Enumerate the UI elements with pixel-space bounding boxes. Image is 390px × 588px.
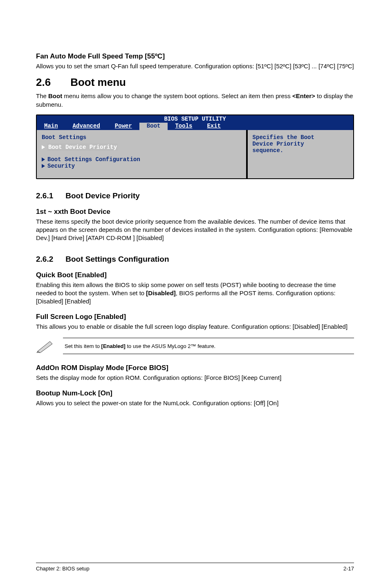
heading-fan-auto: Fan Auto Mode Full Speed Temp [55ºC] [36,52,354,61]
text: The [36,92,48,99]
bios-help-line: sequence. [253,147,348,154]
note-box: Set this item to [Enabled] to use the AS… [36,335,354,357]
para-1st-boot: These items specify the boot device prio… [36,218,354,242]
bios-item-label: Boot Settings Configuration [47,156,140,163]
bios-tab-advanced[interactable]: Advanced [65,123,108,130]
bios-left-heading: Boot Settings [42,134,241,141]
page: Fan Auto Mode Full Speed Temp [55ºC] All… [0,0,390,588]
subsection-row: 2.6.1 Boot Device Priority [36,191,354,200]
para-boot-intro: The Boot menu items allow you to change … [36,92,354,109]
heading-1st-boot: 1st ~ xxth Boot Device [36,208,354,216]
bios-tab-power[interactable]: Power [108,123,139,130]
bios-item-label: Security [47,163,75,169]
subsection-number: 2.6.2 [36,255,53,264]
bios-item-label: Boot Device Priority [47,144,118,151]
subsection-title: Boot Settings Configuration [65,255,169,264]
bold-boot: Boot [48,92,62,99]
bios-screenshot: BIOS SETUP UTILITY Main Advanced Power B… [36,114,354,179]
bold-enter: <Enter> [292,92,315,99]
bios-tab-boot[interactable]: Boot [139,123,168,130]
bold-enabled: [Enabled] [101,343,126,349]
text: to use the ASUS MyLogo 2™ feature. [126,343,215,349]
section-title: Boot menu [70,76,126,89]
para-fan-auto: Allows you to set the smart Q-Fan full s… [36,62,354,70]
page-footer: Chapter 2: BIOS setup 2-17 [36,563,354,572]
triangle-right-icon [42,157,45,162]
text: Set this item to [65,343,101,349]
section-row: 2.6 Boot menu [36,76,354,89]
triangle-right-icon [42,145,45,149]
para-addon-rom: Sets the display mode for option ROM. Co… [36,374,354,382]
heading-addon-rom: AddOn ROM Display Mode [Force BIOS] [36,364,354,372]
bios-body: Boot Settings Boot Device Priority Boot … [37,130,353,178]
pencil-icon [36,339,54,353]
heading-full-screen-logo: Full Screen Logo [Enabled] [36,313,354,321]
para-quick-boot: Enabling this item allows the BIOS to sk… [36,281,354,306]
heading-quick-boot: Quick Boot [Enabled] [36,271,354,279]
bios-item-boot-settings-config[interactable]: Boot Settings Configuration [42,156,241,163]
footer-right: 2-17 [343,566,354,572]
bios-sub-group: Boot Settings Configuration Security [42,156,241,169]
bios-item-boot-device-priority[interactable]: Boot Device Priority [42,144,241,150]
subsection-title: Boot Device Priority [65,191,140,200]
bios-item-security[interactable]: Security [42,163,241,169]
para-full-screen-logo: This allows you to enable or disable the… [36,323,354,331]
bios-help-line: Device Priority [253,141,348,147]
bios-help-line: Specifies the Boot [253,134,348,141]
text: menu items allow you to change the syste… [62,92,292,99]
heading-bootup-numlock: Bootup Num-Lock [On] [36,389,354,397]
footer-left: Chapter 2: BIOS setup [36,566,90,572]
para-bootup-numlock: Allows you to select the power-on state … [36,399,354,407]
section-number: 2.6 [36,76,51,89]
bios-tab-tools[interactable]: Tools [168,123,199,130]
bios-right-pane: Specifies the Boot Device Priority seque… [247,130,353,178]
subsection-number: 2.6.1 [36,191,53,200]
bios-title: BIOS SETUP UTILITY [37,115,353,123]
bios-tab-main[interactable]: Main [37,123,65,130]
bios-left-pane: Boot Settings Boot Device Priority Boot … [37,130,247,178]
bios-tab-exit[interactable]: Exit [199,123,228,130]
subsection-row: 2.6.2 Boot Settings Configuration [36,255,354,264]
note-content: Set this item to [Enabled] to use the AS… [63,338,354,354]
bios-tab-bar: Main Advanced Power Boot Tools Exit [37,123,353,130]
note-text: Set this item to [Enabled] to use the AS… [65,343,215,349]
triangle-right-icon [42,164,45,168]
bold-disabled: [Disabled] [146,290,176,296]
